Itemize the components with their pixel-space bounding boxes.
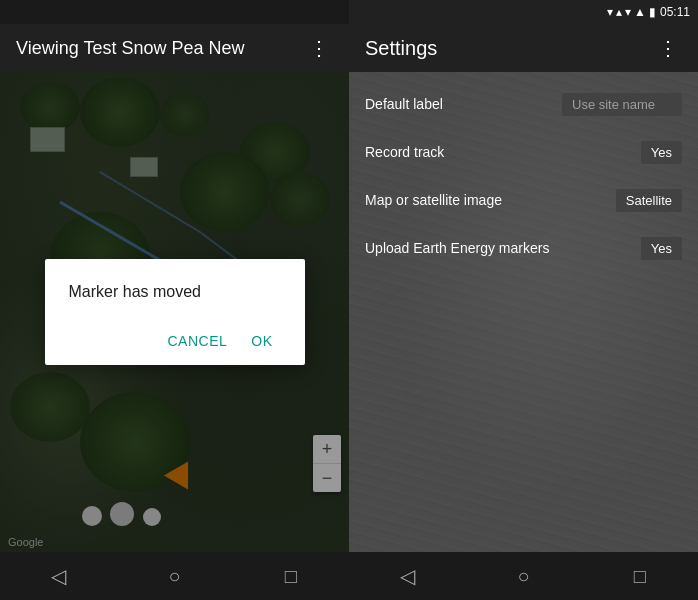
left-home-icon[interactable]: ○ bbox=[154, 556, 194, 596]
default-label-text: Default label bbox=[365, 96, 562, 112]
left-phone: Viewing Test Snow Pea New ⋮ bbox=[0, 0, 349, 600]
left-menu-icon[interactable]: ⋮ bbox=[305, 32, 333, 64]
right-app-title: Settings bbox=[365, 37, 654, 60]
right-app-bar: Settings ⋮ bbox=[349, 24, 698, 72]
record-track-text: Record track bbox=[365, 144, 641, 160]
left-app-title: Viewing Test Snow Pea New bbox=[16, 38, 305, 59]
upload-markers-text: Upload Earth Energy markers bbox=[365, 240, 641, 256]
settings-row-upload-markers: Upload Earth Energy markers Yes bbox=[349, 224, 698, 272]
dialog-message: Marker has moved bbox=[69, 283, 281, 301]
upload-markers-badge[interactable]: Yes bbox=[641, 237, 682, 260]
cancel-button[interactable]: CANCEL bbox=[159, 325, 235, 357]
dialog-actions: CANCEL OK bbox=[69, 325, 281, 357]
left-status-bar bbox=[0, 0, 349, 24]
notification-icon: ▾ bbox=[607, 5, 613, 19]
settings-row-default-label: Default label Use site name bbox=[349, 80, 698, 128]
left-map: + − Google Marker has moved CANCEL OK bbox=[0, 72, 349, 552]
left-app-bar: Viewing Test Snow Pea New ⋮ bbox=[0, 24, 349, 72]
left-recent-icon[interactable]: □ bbox=[271, 556, 311, 596]
right-recent-icon[interactable]: □ bbox=[620, 556, 660, 596]
ok-button[interactable]: OK bbox=[243, 325, 280, 357]
right-nav-bar: ◁ ○ □ bbox=[349, 552, 698, 600]
left-nav-bar: ◁ ○ □ bbox=[0, 552, 349, 600]
settings-row-record-track: Record track Yes bbox=[349, 128, 698, 176]
map-satellite-badge[interactable]: Satellite bbox=[616, 189, 682, 212]
sim-icon: ▴ bbox=[616, 5, 622, 19]
right-phone: ▾ ▴ ▾ ▲ ▮ 05:11 Settings ⋮ Default label… bbox=[349, 0, 698, 600]
record-track-badge[interactable]: Yes bbox=[641, 141, 682, 164]
wifi-icon: ▾ bbox=[625, 5, 631, 19]
right-menu-icon[interactable]: ⋮ bbox=[654, 32, 682, 64]
status-time: 05:11 bbox=[660, 5, 690, 19]
right-status-bar: ▾ ▴ ▾ ▲ ▮ 05:11 bbox=[349, 0, 698, 24]
battery-icon: ▮ bbox=[649, 5, 656, 19]
map-satellite-text: Map or satellite image bbox=[365, 192, 616, 208]
default-label-input[interactable]: Use site name bbox=[562, 93, 682, 116]
left-back-icon[interactable]: ◁ bbox=[38, 556, 78, 596]
settings-row-map-satellite: Map or satellite image Satellite bbox=[349, 176, 698, 224]
marker-moved-dialog: Marker has moved CANCEL OK bbox=[45, 259, 305, 365]
settings-content: Default label Use site name Record track… bbox=[349, 72, 698, 552]
status-icons-group: ▾ ▴ ▾ ▲ ▮ bbox=[607, 5, 656, 19]
dialog-overlay: Marker has moved CANCEL OK bbox=[0, 72, 349, 552]
right-home-icon[interactable]: ○ bbox=[503, 556, 543, 596]
right-back-icon[interactable]: ◁ bbox=[387, 556, 427, 596]
signal-icon: ▲ bbox=[634, 5, 646, 19]
